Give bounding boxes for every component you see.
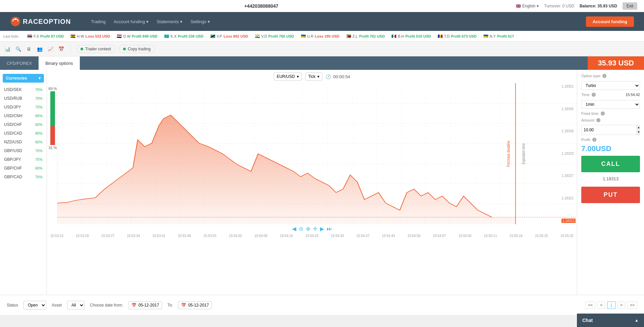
tab-binary-options[interactable]: Binary options xyxy=(39,56,79,70)
time-label: 15:55:18 xyxy=(509,234,523,238)
users-icon[interactable]: 👥 xyxy=(36,45,44,53)
currency-item[interactable]: USD/CHF60% xyxy=(0,120,47,129)
nav-trading[interactable]: Trading xyxy=(91,19,106,24)
statements-chevron: ▾ xyxy=(180,19,182,24)
fixed-time-help[interactable]: ? xyxy=(601,111,605,115)
currency-item[interactable]: USD/RUB70% xyxy=(0,94,47,103)
svg-text:Purchase deadline: Purchase deadline xyxy=(506,141,511,167)
left-sidebar: Currencies ▾ USD/SEK70%USD/RUB70%USD/JPY… xyxy=(0,70,47,295)
chart-zoom-in-btn[interactable]: ⊕ xyxy=(306,226,310,232)
chart-header: EUR/USD ▾ Tick ▾ 🕐 00:00:54 xyxy=(47,70,577,83)
chart-timer: 🕐 00:00:54 xyxy=(326,74,350,79)
amount-input[interactable] xyxy=(582,126,636,134)
time-label: 15:54:57 xyxy=(433,234,446,238)
asset-label: Asset xyxy=(52,303,62,308)
currency-item[interactable]: NZD/USD60% xyxy=(0,138,47,146)
fixed-time-row: Fixed time: ? xyxy=(581,111,640,115)
price-center: 1.18313 xyxy=(581,175,640,183)
list-item: 🇹🇩 T.D Profit 673 USD xyxy=(438,34,477,39)
list-item: 🇿🇼 Z.L Profit 761 USD xyxy=(346,34,385,39)
option-type-help[interactable]: ? xyxy=(602,74,606,78)
page-prev-button[interactable]: < xyxy=(597,301,605,309)
svg-point-0 xyxy=(11,17,20,26)
currency-item[interactable]: USD/SEK70% xyxy=(0,85,47,94)
calendar-icon[interactable]: 📅 xyxy=(57,45,65,53)
time-label: 15:54:16 xyxy=(280,234,293,238)
chat-label: Chat xyxy=(582,318,593,323)
tab-cfd-forex[interactable]: CFD/FOREX xyxy=(0,56,39,70)
chart-forward-btn[interactable]: ▶ xyxy=(320,226,324,232)
list-item: 🇺🇦 U.R Loss 195 USD xyxy=(301,34,339,39)
display-icon[interactable]: 🖥 xyxy=(25,45,33,53)
chart-bar-icon[interactable]: 📊 xyxy=(3,45,11,53)
amount-help[interactable]: ? xyxy=(596,118,600,122)
nav-statements[interactable]: Statements ▾ xyxy=(157,19,182,24)
pct-bar-red xyxy=(50,126,55,145)
asset-select[interactable]: All xyxy=(67,301,85,310)
currency-item[interactable]: GBP/CAD70% xyxy=(0,173,47,181)
list-item: 🇪🇬 O.W Profit 849 USD xyxy=(117,34,157,39)
page-first-button[interactable]: << xyxy=(585,301,595,309)
pair-selector[interactable]: EUR/USD ▾ xyxy=(274,73,302,81)
time-label: 15:53:41 xyxy=(152,234,165,238)
list-item: 🇮🇳 V.D Profit 765 USD xyxy=(255,34,294,39)
search-icon[interactable]: 🔍 xyxy=(14,45,22,53)
date-from-label: Choose date from: xyxy=(90,303,123,308)
option-type-select[interactable]: Turbo xyxy=(581,81,640,90)
exit-button[interactable]: Exit xyxy=(623,2,637,10)
chart-zoom-out-btn[interactable]: ⊖ xyxy=(299,226,303,232)
profit-help[interactable]: ? xyxy=(592,138,596,142)
currency-item[interactable]: USD/JPY70% xyxy=(0,103,47,111)
nav-account-funding[interactable]: Account funding ▾ xyxy=(114,19,149,24)
time-label: 15:55:04 xyxy=(459,234,472,238)
page-last-button[interactable]: >> xyxy=(627,301,637,309)
current-price-label: 1.18313 xyxy=(561,219,576,223)
date-from-input[interactable]: 📅 05-12-2017 xyxy=(128,301,162,309)
currencies-chevron: ▾ xyxy=(39,76,41,81)
time-label: 15:54:30 xyxy=(331,234,344,238)
currency-item[interactable]: GBP/JPY75% xyxy=(0,155,47,164)
page-next-button[interactable]: > xyxy=(618,301,625,309)
time-help[interactable]: ? xyxy=(592,93,596,97)
list-item: 🇬🇭 H.W Loss 532 USD xyxy=(70,34,110,39)
put-button[interactable]: PUT xyxy=(581,187,640,203)
chart-back-btn[interactable]: ◀ xyxy=(292,226,296,232)
time-value: 15:54:42 xyxy=(626,93,640,97)
amount-spinners: ▲ ▼ xyxy=(636,125,640,135)
ticker-label: Last bids: xyxy=(3,34,19,38)
date-to-label: To: xyxy=(167,303,173,308)
time-label: 15:53:48 xyxy=(178,234,191,238)
chat-arrow-icon: ▲ xyxy=(635,318,639,323)
chat-bar[interactable]: Chat ▲ xyxy=(577,314,644,327)
chart-fill xyxy=(57,115,516,225)
nav-settings[interactable]: Settings ▾ xyxy=(191,19,210,24)
currencies-button[interactable]: Currencies ▾ xyxy=(3,74,44,83)
currency-item[interactable]: USD/CAD80% xyxy=(0,129,47,138)
trader-contest-button[interactable]: Trader contest xyxy=(76,45,115,53)
copy-trading-button[interactable]: Copy trading xyxy=(119,45,155,53)
y-axis: 1.18351 1.18345 1.18339 1.18333 1.18327 … xyxy=(560,83,577,224)
date-to-input[interactable]: 📅 05-12-2017 xyxy=(178,301,212,309)
bottom-bar: Status Open Asset All Choose date from: … xyxy=(0,295,644,315)
toolbar: 📊 🔍 🖥 👥 📈 📅 Trader contest Copy trading xyxy=(0,42,644,56)
pct-top-label: 69 % xyxy=(48,87,57,91)
toolbar-icons: 📊 🔍 🖥 👥 📈 📅 xyxy=(3,45,65,53)
time-interval-select[interactable]: 1min xyxy=(581,100,640,109)
y-label-2: 1.18345 xyxy=(561,107,576,111)
lang-selector[interactable]: 🇬🇧 English ▾ xyxy=(516,4,539,8)
currency-item[interactable]: USD/CNH68% xyxy=(0,111,47,120)
y-label-1: 1.18351 xyxy=(561,85,576,88)
account-funding-button[interactable]: Account funding xyxy=(586,16,634,27)
chart-last-btn[interactable]: ⏭ xyxy=(327,226,332,232)
chart-move-btn[interactable]: ✛ xyxy=(313,226,317,232)
currency-item[interactable]: GBP/CHF60% xyxy=(0,164,47,173)
amount-label: Amount: ? xyxy=(581,118,600,122)
amount-up[interactable]: ▲ xyxy=(636,125,640,130)
status-select[interactable]: Open xyxy=(23,301,46,310)
currency-item[interactable]: GBP/USD70% xyxy=(0,146,47,155)
timeframe-selector[interactable]: Tick ▾ xyxy=(305,73,323,81)
call-button[interactable]: CALL xyxy=(581,156,640,172)
main-area: Currencies ▾ USD/SEK70%USD/RUB70%USD/JPY… xyxy=(0,70,644,295)
amount-down[interactable]: ▼ xyxy=(636,130,640,135)
chart-line-icon[interactable]: 📈 xyxy=(46,45,54,53)
